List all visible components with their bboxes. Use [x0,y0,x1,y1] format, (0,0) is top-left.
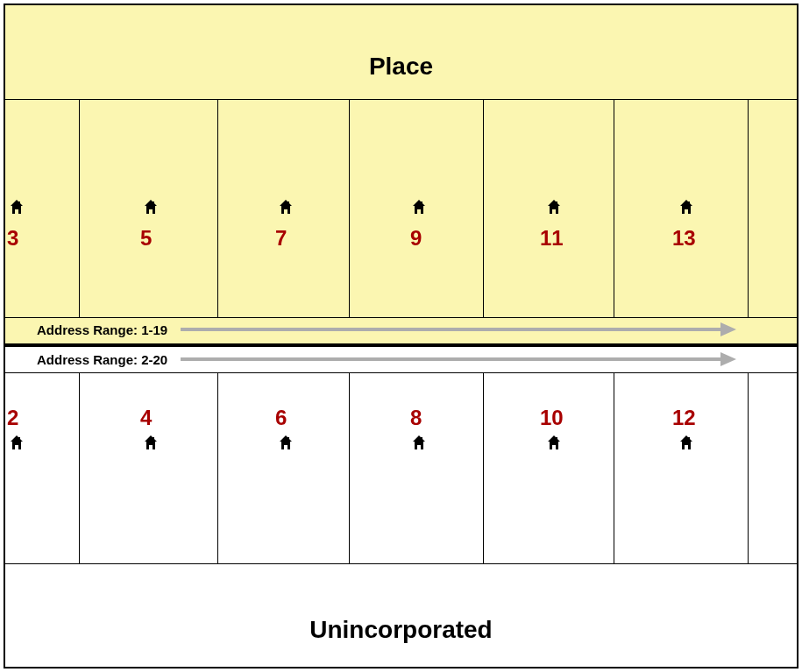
svg-marker-0 [11,200,23,214]
address-number: 11 [540,226,564,251]
svg-marker-22 [680,435,692,449]
address-number: 10 [540,406,564,430]
diagram-frame: Place 3 5 7 9 11 13Address Range: 1-19Un… [4,4,798,668]
svg-rect-17 [287,437,289,440]
svg-rect-15 [153,437,154,440]
address-number: 12 [672,406,696,430]
address-number: 4 [140,406,152,430]
unincorporated-lot-separator [748,372,749,563]
svg-rect-9 [556,202,557,204]
address-number: 6 [275,406,287,430]
place-lot-separator [614,99,614,317]
address-number: 7 [275,226,287,251]
unincorporated-lot-separator [349,372,350,563]
svg-marker-2 [145,200,157,214]
svg-marker-20 [548,435,560,449]
house-icon [548,200,560,214]
unincorporated-lot-top-line [5,372,797,373]
unincorporated-lot-separator [217,372,218,563]
house-icon [11,200,23,214]
house-icon [413,200,425,214]
unincorporated-address-range-label: Address Range: 2-20 [37,352,167,367]
svg-rect-7 [421,202,422,204]
address-number: 8 [410,406,422,430]
address-number: 3 [7,226,18,251]
house-icon [548,435,560,449]
svg-marker-4 [280,200,292,214]
direction-arrow-head-icon [720,322,736,336]
svg-marker-6 [413,200,425,214]
direction-arrow-head-icon [720,352,736,366]
svg-marker-14 [145,435,157,449]
address-number: 2 [7,406,18,430]
svg-rect-3 [153,202,154,204]
house-icon [680,435,692,449]
place-lot-separator [349,99,350,317]
address-number: 13 [672,226,696,251]
place-address-range-label: Address Range: 1-19 [37,322,167,337]
svg-rect-21 [556,437,557,440]
unincorporated-lot-bottom-line [5,563,797,564]
svg-rect-13 [18,437,20,440]
svg-marker-10 [680,200,692,214]
place-lot-separator [748,99,749,317]
house-icon [145,435,157,449]
svg-rect-5 [287,202,289,204]
house-icon [145,200,157,214]
house-icon [280,200,292,214]
house-icon [680,200,692,214]
place-lot-top-line [5,99,797,100]
direction-arrow-line [181,328,724,331]
address-number: 5 [140,226,152,251]
unincorporated-lot-separator [79,372,80,563]
place-lot-bottom-line [5,317,797,318]
place-title: Place [5,53,797,81]
svg-marker-18 [413,435,425,449]
house-icon [11,435,23,449]
unincorporated-title: Unincorporated [5,616,797,644]
house-icon [280,435,292,449]
place-lot-separator [483,99,484,317]
address-number: 9 [410,226,422,251]
svg-marker-16 [280,435,292,449]
house-icon [413,435,425,449]
svg-rect-23 [688,437,690,440]
svg-rect-11 [688,202,690,204]
svg-rect-19 [421,437,422,440]
place-lot-separator [217,99,218,317]
street-centerline [5,343,797,347]
diagram-page: Place 3 5 7 9 11 13Address Range: 1-19Un… [0,0,802,672]
svg-rect-1 [18,202,20,204]
direction-arrow-line [181,357,724,361]
place-lot-separator [79,99,80,317]
unincorporated-lot-separator [614,372,614,563]
svg-marker-12 [11,435,23,449]
svg-marker-8 [548,200,560,214]
unincorporated-lot-separator [483,372,484,563]
